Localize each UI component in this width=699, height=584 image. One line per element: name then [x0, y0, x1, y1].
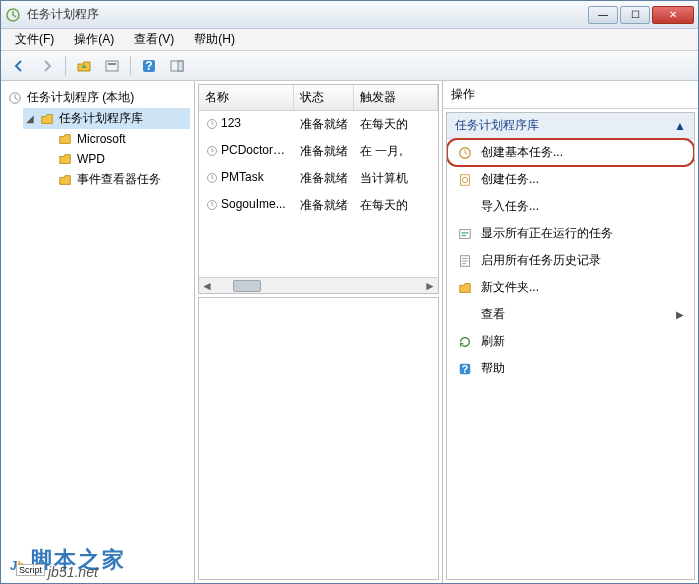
action-item[interactable]: 刷新: [447, 328, 694, 355]
scroll-left-icon[interactable]: ◄: [199, 279, 215, 293]
action-label: 显示所有正在运行的任务: [481, 225, 613, 242]
collapse-up-icon: ▲: [674, 119, 686, 133]
action-item[interactable]: 查看▶: [447, 301, 694, 328]
collapse-icon[interactable]: ◢: [25, 113, 35, 124]
svg-rect-2: [108, 63, 116, 65]
action-item[interactable]: 导入任务...: [447, 193, 694, 220]
clock-icon: [205, 117, 219, 131]
tree-library[interactable]: ◢ 任务计划程序库: [23, 108, 190, 129]
action-item[interactable]: 创建任务...: [447, 166, 694, 193]
clock-icon: [7, 90, 23, 106]
tree-item-label: WPD: [77, 152, 105, 166]
list-header: 名称 状态 触发器: [199, 85, 438, 111]
menu-help[interactable]: 帮助(H): [186, 29, 243, 50]
actions-body: 任务计划程序库 ▲ 创建基本任务...创建任务...导入任务...显示所有正在运…: [446, 112, 695, 580]
menubar: 文件(F) 操作(A) 查看(V) 帮助(H): [1, 29, 698, 51]
titlebar: 任务计划程序 — ☐ ✕: [1, 1, 698, 29]
tree-item-label: Microsoft: [77, 132, 126, 146]
none-icon: [457, 307, 473, 323]
tree-item-label: 事件查看器任务: [77, 171, 161, 188]
svg-text:?: ?: [462, 362, 468, 374]
table-row[interactable]: PCDoctorB...准备就绪在 一月,: [199, 138, 438, 165]
history-icon: [457, 253, 473, 269]
none-icon: [457, 199, 473, 215]
clock-icon: [205, 144, 219, 158]
task-list: 名称 状态 触发器 123准备就绪在每天的PCDoctorB...准备就绪在 一…: [198, 84, 439, 294]
app-window: 任务计划程序 — ☐ ✕ 文件(F) 操作(A) 查看(V) 帮助(H) ? 任…: [0, 0, 699, 584]
action-label: 创建任务...: [481, 171, 539, 188]
action-label: 启用所有任务历史记录: [481, 252, 601, 269]
detail-pane: [198, 297, 439, 580]
horizontal-scrollbar[interactable]: ◄ ►: [199, 277, 438, 293]
actions-group-label: 任务计划程序库: [455, 117, 539, 134]
menu-file[interactable]: 文件(F): [7, 29, 62, 50]
list-body: 123准备就绪在每天的PCDoctorB...准备就绪在 一月, PMTask准…: [199, 111, 438, 277]
back-button[interactable]: [7, 54, 31, 78]
scroll-right-icon[interactable]: ►: [422, 279, 438, 293]
scroll-thumb[interactable]: [233, 280, 261, 292]
folder-icon: [57, 151, 73, 167]
actions-title: 操作: [443, 81, 698, 109]
folder-icon: [57, 131, 73, 147]
action-item[interactable]: 新文件夹...: [447, 274, 694, 301]
menu-action[interactable]: 操作(A): [66, 29, 122, 50]
action-item[interactable]: 创建基本任务...: [447, 139, 694, 166]
task-icon: [457, 172, 473, 188]
tree-root[interactable]: 任务计划程序 (本地): [5, 87, 190, 108]
action-item[interactable]: ?帮助: [447, 355, 694, 382]
svg-rect-17: [462, 234, 466, 235]
panel-button[interactable]: [165, 54, 189, 78]
svg-rect-16: [462, 232, 469, 233]
refresh-icon: [457, 334, 473, 350]
table-row[interactable]: 123准备就绪在每天的: [199, 111, 438, 138]
folder-icon: [39, 111, 55, 127]
toolbar-separator: [130, 56, 131, 76]
action-label: 导入任务...: [481, 198, 539, 215]
column-trigger[interactable]: 触发器: [354, 85, 438, 110]
up-folder-button[interactable]: [72, 54, 96, 78]
folder-icon: [57, 172, 73, 188]
action-label: 创建基本任务...: [481, 144, 563, 161]
column-status[interactable]: 状态: [294, 85, 354, 110]
actions-group-header[interactable]: 任务计划程序库 ▲: [447, 113, 694, 139]
svg-rect-15: [460, 229, 471, 238]
clock-icon: [205, 198, 219, 212]
forward-button[interactable]: [35, 54, 59, 78]
content-area: 任务计划程序 (本地) ◢ 任务计划程序库 MicrosoftWPD事件查看器任…: [1, 81, 698, 583]
tree-item[interactable]: 事件查看器任务: [41, 169, 190, 190]
action-label: 刷新: [481, 333, 505, 350]
svg-rect-1: [106, 61, 118, 71]
minimize-button[interactable]: —: [588, 6, 618, 24]
folder-icon: [457, 280, 473, 296]
toolbar-separator: [65, 56, 66, 76]
window-controls: — ☐ ✕: [588, 6, 694, 24]
window-title: 任务计划程序: [27, 6, 588, 23]
properties-button[interactable]: [100, 54, 124, 78]
action-label: 帮助: [481, 360, 505, 377]
help-button[interactable]: ?: [137, 54, 161, 78]
toolbar: ?: [1, 51, 698, 81]
svg-text:?: ?: [145, 59, 152, 73]
column-name[interactable]: 名称: [199, 85, 294, 110]
actions-pane: 操作 任务计划程序库 ▲ 创建基本任务...创建任务...导入任务...显示所有…: [443, 81, 698, 583]
tree-library-label: 任务计划程序库: [59, 110, 143, 127]
maximize-button[interactable]: ☐: [620, 6, 650, 24]
help-icon: ?: [457, 361, 473, 377]
running-icon: [457, 226, 473, 242]
tree-pane: 任务计划程序 (本地) ◢ 任务计划程序库 MicrosoftWPD事件查看器任…: [1, 81, 195, 583]
table-row[interactable]: PMTask准备就绪当计算机: [199, 165, 438, 192]
menu-view[interactable]: 查看(V): [126, 29, 182, 50]
svg-rect-6: [178, 61, 183, 71]
action-label: 查看: [481, 306, 505, 323]
submenu-arrow-icon: ▶: [676, 309, 684, 320]
app-icon: [5, 7, 21, 23]
table-row[interactable]: SogouIme...准备就绪在每天的: [199, 192, 438, 219]
middle-pane: 名称 状态 触发器 123准备就绪在每天的PCDoctorB...准备就绪在 一…: [195, 81, 443, 583]
tree-root-label: 任务计划程序 (本地): [27, 89, 134, 106]
tree-item[interactable]: Microsoft: [41, 129, 190, 149]
close-button[interactable]: ✕: [652, 6, 694, 24]
action-item[interactable]: 启用所有任务历史记录: [447, 247, 694, 274]
tree-item[interactable]: WPD: [41, 149, 190, 169]
action-item[interactable]: 显示所有正在运行的任务: [447, 220, 694, 247]
clock-icon: [205, 171, 219, 185]
